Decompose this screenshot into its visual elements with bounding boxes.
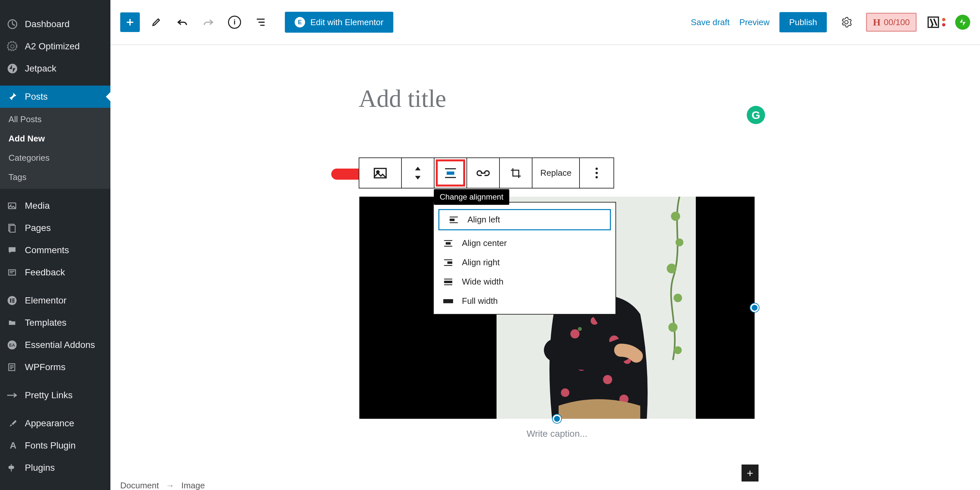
block-type-button[interactable] — [360, 158, 402, 188]
edit-with-elementor-button[interactable]: E Edit with Elementor — [285, 12, 393, 33]
sidebar-item-jetpack[interactable]: Jetpack — [0, 57, 110, 80]
sidebar-item-posts[interactable]: Posts — [0, 86, 110, 108]
alignment-dropdown: Align left Align center Align right Wide… — [433, 202, 616, 315]
sidebar-item-elementor[interactable]: Elementor — [0, 290, 110, 312]
sidebar-label: Dashboard — [25, 19, 70, 29]
comments-icon — [7, 246, 19, 255]
yoast-indicator[interactable] — [926, 15, 945, 29]
h-letter-icon: H — [873, 17, 880, 28]
svg-point-25 — [676, 239, 683, 246]
sidebar-item-essential-addons[interactable]: EA Essential Addons — [0, 334, 110, 356]
sidebar-item-prettylinks[interactable]: Pretty Links — [0, 384, 110, 406]
align-center-option[interactable]: Align center — [434, 234, 616, 253]
alignment-button[interactable] — [434, 158, 467, 188]
redo-button[interactable] — [199, 13, 218, 32]
post-title-input[interactable]: Add title — [359, 84, 446, 113]
resize-handle-bottom[interactable] — [553, 415, 561, 423]
add-block-button[interactable] — [120, 13, 140, 32]
sidebar-label: Pretty Links — [25, 390, 73, 401]
sidebar-item-comments[interactable]: Comments — [0, 239, 110, 261]
block-breadcrumb: Document → Image — [120, 480, 205, 490]
replace-button[interactable]: Replace — [533, 158, 580, 188]
svg-rect-21 — [444, 281, 452, 283]
undo-button[interactable] — [172, 13, 192, 32]
sidebar-item-templates[interactable]: Templates — [0, 312, 110, 334]
sidebar-label: Plugins — [25, 463, 55, 473]
option-label: Full width — [462, 296, 498, 306]
grammarly-icon[interactable]: G — [747, 106, 765, 124]
svg-rect-17 — [447, 172, 454, 175]
admin-sidebar: Dashboard A2 Optimized Jetpack Posts All… — [0, 0, 110, 490]
editor-canvas: Add title G Replace Change alignment — [110, 45, 980, 490]
preview-link[interactable]: Preview — [739, 18, 769, 27]
sidebar-label: Comments — [25, 245, 69, 255]
settings-button[interactable] — [837, 13, 856, 32]
submenu-add-new[interactable]: Add New — [0, 129, 110, 148]
image-pad-right — [696, 197, 755, 419]
dashboard-icon — [7, 19, 19, 29]
svg-point-1 — [8, 64, 17, 73]
sidebar-label: Templates — [25, 318, 67, 328]
more-options-button[interactable] — [580, 158, 614, 188]
sidebar-label: Feedback — [25, 267, 65, 278]
svg-point-34 — [603, 375, 612, 384]
sidebar-label: Posts — [25, 91, 48, 102]
align-left-icon — [448, 216, 460, 224]
sidebar-label: A2 Optimized — [25, 41, 80, 52]
option-label: Align left — [468, 215, 500, 225]
svg-text:EA: EA — [9, 343, 15, 348]
full-width-option[interactable]: Full width — [434, 291, 616, 311]
sidebar-item-dashboard[interactable]: Dashboard — [0, 13, 110, 35]
outline-button[interactable] — [251, 13, 270, 32]
save-draft-link[interactable]: Save draft — [691, 18, 730, 27]
svg-rect-8 — [10, 299, 11, 303]
publish-button[interactable]: Publish — [780, 12, 827, 32]
breadcrumb-b[interactable]: Image — [181, 480, 205, 490]
svg-rect-9 — [12, 299, 15, 299]
posts-submenu: All Posts Add New Categories Tags — [0, 108, 110, 189]
svg-point-29 — [674, 346, 682, 354]
submenu-all-posts[interactable]: All Posts — [0, 110, 110, 129]
breadcrumb-a[interactable]: Document — [120, 480, 159, 490]
sidebar-label: Jetpack — [25, 64, 57, 74]
svg-point-27 — [674, 294, 682, 302]
sidebar-item-appearance[interactable]: Appearance — [0, 412, 110, 434]
svg-point-26 — [667, 264, 676, 274]
brush-icon — [7, 418, 19, 428]
pages-icon — [7, 223, 19, 233]
info-button[interactable]: i — [225, 13, 244, 32]
submenu-tags[interactable]: Tags — [0, 167, 110, 187]
sidebar-item-media[interactable]: Media — [0, 195, 110, 217]
edit-mode-button[interactable] — [146, 13, 166, 32]
sidebar-item-fonts[interactable]: A Fonts Plugin — [0, 434, 110, 457]
sidebar-item-a2optimized[interactable]: A2 Optimized — [0, 35, 110, 57]
svg-rect-18 — [450, 218, 455, 221]
move-button[interactable] — [402, 158, 434, 188]
add-block-inline-button[interactable]: + — [741, 465, 759, 482]
align-right-option[interactable]: Align right — [434, 253, 616, 272]
align-left-option[interactable]: Align left — [438, 209, 611, 230]
full-width-icon — [442, 297, 454, 305]
option-label: Align center — [462, 238, 507, 248]
submenu-categories[interactable]: Categories — [0, 148, 110, 167]
elementor-icon — [7, 296, 19, 305]
sidebar-label: Pages — [25, 223, 51, 233]
wide-width-option[interactable]: Wide width — [434, 272, 616, 291]
sidebar-label: Appearance — [25, 418, 74, 429]
pin-icon — [7, 91, 19, 102]
alignment-tooltip: Change alignment — [434, 189, 509, 205]
caption-input[interactable]: Write caption... — [360, 429, 755, 439]
prettylinks-icon — [7, 392, 19, 399]
block-toolbar: Replace — [359, 158, 614, 188]
jetpack-top-icon[interactable] — [955, 15, 970, 30]
ea-icon: EA — [7, 340, 19, 350]
resize-handle-right[interactable] — [750, 304, 759, 312]
crop-button[interactable] — [500, 158, 533, 188]
sidebar-item-plugins[interactable]: Plugins — [0, 457, 110, 479]
sidebar-item-pages[interactable]: Pages — [0, 217, 110, 239]
link-button[interactable] — [467, 158, 500, 188]
headline-score-badge[interactable]: H 00/100 — [866, 13, 916, 32]
sidebar-item-wpforms[interactable]: WPForms — [0, 356, 110, 378]
sidebar-item-feedback[interactable]: Feedback — [0, 261, 110, 283]
svg-point-28 — [668, 323, 678, 332]
